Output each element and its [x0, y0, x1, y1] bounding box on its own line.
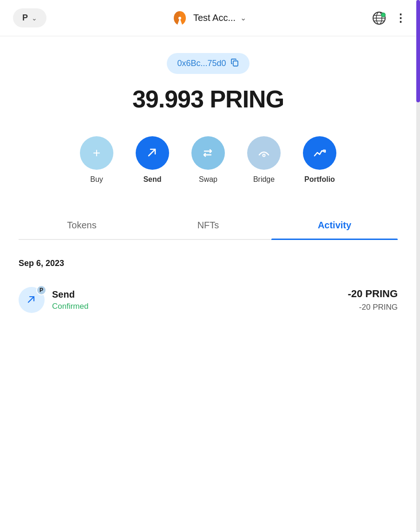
header-left: P ⌄	[13, 8, 46, 27]
bridge-label: Bridge	[253, 175, 275, 184]
svg-point-1	[178, 17, 181, 20]
bridge-icon	[256, 146, 271, 160]
address-pill[interactable]: 0x6Bc...75d0	[167, 53, 249, 74]
tx-details: Send Confirmed	[52, 289, 88, 311]
tx-icon-container: P	[19, 287, 45, 313]
tab-nfts[interactable]: NFTs	[145, 212, 271, 239]
swap-label: Swap	[199, 175, 217, 184]
send-button[interactable]	[136, 136, 169, 170]
account-pill-letter: P	[22, 13, 28, 23]
account-pill[interactable]: P ⌄	[13, 8, 46, 27]
transaction-left: P Send Confirmed	[19, 287, 88, 313]
header: P ⌄ Test Acc... ⌄ ⋮	[0, 0, 420, 36]
tx-send-icon	[26, 294, 37, 306]
activity-content: Sep 6, 2023 P Send Con	[19, 259, 398, 320]
portfolio-label: Portfolio	[304, 175, 335, 184]
balance-container: 39.993 PRING	[19, 85, 398, 113]
metamask-logo	[171, 9, 189, 27]
buy-action[interactable]: + Buy	[80, 136, 113, 184]
plus-icon: +	[93, 146, 100, 160]
action-buttons: + Buy Send Sw	[19, 136, 398, 184]
transaction-right: -20 PRING -20 PRING	[348, 288, 398, 312]
account-dropdown-icon[interactable]: ⌄	[240, 13, 246, 22]
tab-activity[interactable]: Activity	[271, 212, 398, 239]
tx-amount-primary: -20 PRING	[348, 288, 398, 300]
address-container: 0x6Bc...75d0	[19, 53, 398, 74]
balance-display: 39.993 PRING	[132, 85, 284, 113]
svg-point-8	[382, 13, 385, 16]
globe-icon[interactable]	[371, 10, 387, 27]
portfolio-button[interactable]	[303, 136, 336, 170]
wallet-address: 0x6Bc...75d0	[177, 59, 226, 68]
svg-point-10	[263, 154, 265, 157]
tab-tokens[interactable]: Tokens	[19, 212, 145, 239]
bridge-action[interactable]: Bridge	[247, 136, 281, 184]
tx-amount-secondary: -20 PRING	[359, 303, 398, 312]
header-center: Test Acc... ⌄	[171, 9, 246, 27]
bridge-button[interactable]	[247, 136, 281, 170]
portfolio-action[interactable]: Portfolio	[303, 136, 336, 184]
swap-action[interactable]: Swap	[191, 136, 225, 184]
tx-type: Send	[52, 289, 88, 300]
table-row: P Send Confirmed -20 PRING -20 PRING	[19, 279, 398, 320]
tabs-container: Tokens NFTs Activity	[19, 212, 398, 240]
swap-icon	[201, 146, 216, 160]
main-content: 0x6Bc...75d0 39.993 PRING + Buy	[0, 53, 420, 320]
portfolio-icon	[312, 146, 327, 160]
tx-status: Confirmed	[52, 302, 88, 311]
header-right: ⋮	[371, 10, 407, 27]
send-action[interactable]: Send	[136, 136, 169, 184]
buy-button[interactable]: +	[80, 136, 113, 170]
activity-date: Sep 6, 2023	[19, 259, 398, 268]
tx-badge: P	[36, 285, 46, 295]
chevron-down-icon: ⌄	[32, 14, 37, 22]
svg-rect-9	[233, 61, 238, 66]
swap-button[interactable]	[191, 136, 225, 170]
more-options-icon[interactable]: ⋮	[395, 12, 407, 25]
send-icon	[145, 146, 160, 160]
copy-icon[interactable]	[230, 58, 239, 69]
account-name: Test Acc...	[193, 13, 236, 23]
buy-label: Buy	[90, 175, 103, 184]
send-label: Send	[143, 175, 161, 184]
